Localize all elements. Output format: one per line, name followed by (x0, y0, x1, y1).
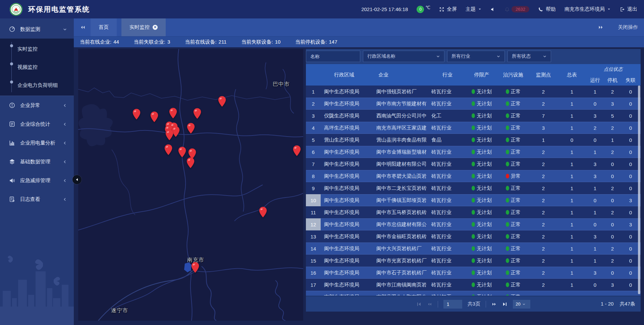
table-row[interactable]: 7 阆中生态环境局 阆中明阳建材有限公司 砖瓦行业 无计划 正常 2 1 3 0… (306, 158, 641, 170)
table-row[interactable]: 14 阆中生态环境局 阆中大兴页岩机砖厂 砖瓦行业 无计划 正常 2 1 1 2… (306, 242, 641, 255)
sidebar-group[interactable]: 基础数据管理 (0, 152, 74, 171)
cell-lost: 0 (621, 255, 640, 267)
cell-run: 3 (586, 110, 604, 122)
logout-label: 退出 (627, 6, 637, 12)
prev-page-icon[interactable] (427, 302, 432, 307)
cell-stop: 0 (604, 158, 621, 170)
cell-stop: 2 (604, 122, 621, 134)
map-pin[interactable] (169, 108, 177, 119)
map-pin[interactable] (186, 157, 195, 168)
table-row[interactable]: 11 阆中生态环境局 阆中市五马桥页岩机砖 砖瓦行业 无计划 正常 2 1 1 … (306, 206, 641, 218)
region-filter-select[interactable]: 行政区域名称 (363, 51, 444, 62)
map-pin[interactable] (191, 262, 200, 273)
cell-region: 阆中生态环境局 (321, 146, 371, 158)
map-pin[interactable] (292, 145, 301, 156)
sidebar-subitem-label: 企业电力负荷明细 (17, 82, 58, 89)
table-row[interactable]: 3 仪陇生态环境局 西南油气田分公司川中 化工 无计划 正常 7 1 3 5 0 (306, 110, 641, 122)
tab-realtime-monitor[interactable]: 实时监控 × (121, 18, 166, 36)
sidebar-subitem[interactable]: 企业电力负荷明细 (0, 76, 74, 94)
stat-value: 147 (329, 39, 337, 45)
table-scrollbar[interactable] (638, 86, 640, 294)
sidebar-group[interactable]: 数据监测 (0, 20, 74, 39)
map-pin[interactable] (165, 129, 174, 141)
logout-button[interactable]: 退出 (620, 6, 637, 12)
tab-home[interactable]: 首页 (91, 18, 117, 36)
last-page-icon[interactable] (502, 302, 507, 307)
table-row[interactable]: 13 阆中生态环境局 阆中市金福旺页岩机砖 砖瓦行业 无计划 正常 2 1 3 … (306, 230, 641, 242)
tab-label: 实时监控 (129, 24, 150, 31)
scroll-tabs-right-icon[interactable] (598, 25, 604, 30)
map-pin[interactable] (178, 147, 186, 158)
status-dot-icon (472, 113, 475, 118)
cell-region: 阆中生态环境局 (321, 98, 371, 110)
table-row[interactable]: 5 营山生态环境局 营山县润丰肉食品有限 食品 无计划 正常 1 0 0 1 0 (306, 134, 641, 146)
cell-industry: 砖瓦行业 (429, 242, 466, 255)
notifications-button[interactable]: 2632 (504, 6, 529, 12)
map-pin[interactable] (186, 122, 195, 134)
map-pin[interactable] (193, 108, 202, 119)
status-dot-icon (472, 246, 475, 251)
sidebar-group[interactable]: 企业异常 (0, 96, 74, 115)
table-row[interactable]: 2 阆中生态环境局 阆中市南方节能建材有 砖瓦行业 无计划 正常 2 1 0 3… (306, 98, 641, 110)
map-pin[interactable] (218, 96, 226, 107)
chevron-down-icon (522, 303, 526, 306)
map[interactable]: 巴中市南充市遂宁市 (78, 49, 303, 321)
sidebar-collapse-button[interactable] (72, 175, 82, 184)
cell-region: 阆中生态环境局 (321, 267, 371, 279)
table-row[interactable]: 15 阆中生态环境局 阆中市光富页岩机砖厂 砖瓦行业 无计划 正常 2 1 1 … (306, 255, 641, 267)
table-row[interactable]: 4 高坪生态环境局 南充市高坪区王家店建 砖瓦行业 无计划 正常 3 1 2 2… (306, 122, 641, 134)
scroll-tabs-left-icon[interactable] (80, 25, 86, 30)
first-page-icon[interactable] (416, 302, 422, 307)
status-dot-icon (506, 162, 509, 166)
name-filter-input[interactable] (306, 51, 360, 62)
table-row[interactable]: 12 阆中生态环境局 阆中市忠信建材有限公 砖瓦行业 无计划 正常 2 1 0 … (306, 218, 641, 230)
status-dot-icon (472, 222, 475, 227)
page-size-select[interactable]: 20 (513, 300, 530, 309)
cell-stop: 0 (604, 267, 621, 279)
sidebar-group[interactable]: 企业综合统计 (0, 115, 74, 133)
sidebar-group[interactable]: 日志查看 (0, 190, 74, 209)
page-input[interactable] (443, 300, 462, 309)
sidebar-subitem[interactable]: 视频监控 (0, 58, 74, 76)
cell-prod-status: 无计划 (466, 110, 497, 122)
cell-lost: 0 (621, 182, 640, 194)
table-row[interactable]: 16 阆中生态环境局 阆中市石子页岩机砖厂 砖瓦行业 无计划 正常 2 1 3 … (306, 267, 641, 279)
next-page-icon[interactable] (491, 302, 497, 307)
cell-prod-status: 无计划 (466, 146, 497, 158)
map-pin[interactable] (164, 144, 173, 155)
cell-lost: 0 (621, 242, 640, 255)
cell-industry: 砖瓦行业 (429, 218, 466, 230)
map-pin[interactable] (259, 207, 267, 218)
cell-region: 阆中生态环境局 (321, 218, 371, 230)
table-row[interactable]: 9 阆中生态环境局 阆中市二龙长宝页岩砖 砖瓦行业 无计划 正常 2 1 1 2… (306, 182, 641, 194)
table-row[interactable]: 6 阆中生态环境局 阆中市金博瑞新型墙材 砖瓦行业 无计划 正常 2 1 1 2… (306, 146, 641, 158)
theme-dropdown[interactable]: 主题 (466, 6, 482, 12)
status-filter-select[interactable]: 所有状态 (507, 51, 551, 62)
org-dropdown[interactable]: 南充市生态环境局 (565, 6, 611, 12)
sidebar-subitem[interactable]: 实时监控 (0, 40, 74, 58)
fullscreen-button[interactable]: 全屏 (439, 6, 457, 12)
col-header-index (306, 64, 321, 86)
cell-index: 9 (306, 182, 321, 194)
cell-facility-status: 正常 (497, 146, 529, 158)
sidebar-group[interactable]: 应急减排管理 (0, 171, 74, 190)
industry-filter-select[interactable]: 所有行业 (447, 51, 505, 62)
sound-button[interactable] (490, 7, 496, 12)
help-button[interactable]: 帮助 (538, 6, 556, 12)
table-row[interactable]: 10 阆中生态环境局 阆中千佛镇五郎垭页岩 砖瓦行业 无计划 正常 2 1 0 … (306, 194, 641, 206)
cell-industry: 砖瓦行业 (429, 255, 466, 267)
close-icon[interactable]: × (153, 25, 158, 30)
sidebar-group[interactable]: 企业用电量分析 (0, 133, 74, 152)
table-row[interactable]: 17 阆中生态环境局 阆中市江南镇阆南页岩 砖瓦行业 无计划 正常 2 1 0 … (306, 279, 641, 291)
cell-facility-status: 正常 (497, 279, 529, 291)
table-row[interactable]: 8 阆中生态环境局 阆中市枣碧大梁山页岩 砖瓦行业 无计划 异常 2 1 3 0… (306, 170, 641, 182)
close-operations-button[interactable]: 关闭操作 (618, 24, 638, 31)
status-dot-icon (472, 174, 475, 178)
status-dot-icon (472, 198, 475, 203)
map-pin[interactable] (150, 111, 159, 122)
table-row[interactable]: 18 南部生态环境局 南部县双化土陶有限公 建材加工 无计划 正常 6 0 0 … (306, 291, 641, 295)
monitor-panel: 行政区域名称 所有行业 所有状态 (306, 49, 641, 312)
table-row[interactable]: 1 阆中生态环境局 阆中强锐页岩砖厂 砖瓦行业 无计划 正常 2 1 1 2 0 (306, 86, 641, 98)
cell-points: 6 (529, 291, 557, 295)
map-pin[interactable] (132, 108, 141, 120)
